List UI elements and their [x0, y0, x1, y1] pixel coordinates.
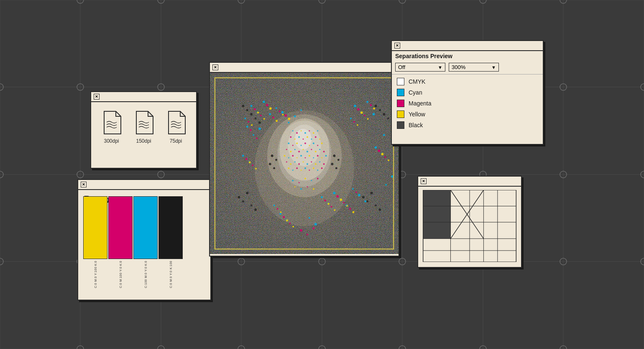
dpi-files-window: ✕ 300dpi	[90, 91, 197, 169]
svg-point-84	[352, 188, 354, 190]
sep-dropdown-zoom[interactable]: 300% ▼	[449, 63, 499, 72]
svg-point-81	[333, 192, 335, 194]
svg-point-39	[399, 171, 406, 178]
svg-point-123	[283, 216, 285, 218]
sep-titlebar: ✕	[392, 41, 543, 51]
sep-label-cmyk: CMYK	[409, 78, 425, 85]
dpi-label-75: 75dpi	[170, 138, 182, 144]
svg-point-231	[301, 169, 302, 171]
pantone-close[interactable]: ✕	[81, 182, 87, 187]
sep-item-yellow[interactable]: Yellow	[397, 110, 538, 118]
svg-point-22	[158, 0, 164, 3]
svg-point-40	[399, 258, 406, 265]
svg-point-219	[290, 163, 291, 165]
layout-content	[418, 187, 521, 265]
svg-point-239	[269, 163, 271, 165]
svg-point-159	[375, 205, 377, 207]
svg-point-204	[315, 151, 317, 152]
svg-point-68	[246, 126, 248, 128]
swatch-label-cyan: C:100 M:0 Y:0 K:0	[144, 261, 147, 288]
svg-point-146	[381, 153, 383, 155]
sep-item-magenta[interactable]: Magenta	[397, 100, 538, 107]
svg-point-21	[77, 346, 84, 349]
svg-point-136	[367, 118, 369, 120]
sep-dropdown-off[interactable]: Off ▼	[395, 63, 445, 72]
svg-point-66	[276, 107, 277, 109]
svg-point-51	[560, 346, 567, 349]
svg-point-206	[323, 151, 325, 152]
svg-point-61	[250, 105, 253, 107]
svg-point-221	[298, 163, 300, 165]
svg-point-163	[246, 192, 248, 194]
svg-point-67	[281, 111, 284, 113]
svg-point-215	[317, 155, 319, 157]
svg-point-226	[319, 162, 320, 163]
svg-point-178	[313, 132, 314, 134]
sep-item-cyan[interactable]: Cyan	[397, 89, 538, 96]
svg-point-183	[303, 139, 304, 140]
svg-point-95	[279, 213, 281, 215]
main-image-area	[210, 73, 399, 254]
layout-close[interactable]: ✕	[421, 178, 427, 184]
color-swatch-black	[397, 121, 404, 129]
swatch-label-yellow: C:0 M:0 Y:100 K:0	[94, 261, 97, 288]
svg-point-138	[357, 124, 358, 126]
svg-point-112	[324, 200, 326, 202]
svg-point-149	[286, 219, 288, 221]
svg-point-31	[238, 346, 245, 349]
svg-point-69	[253, 134, 254, 136]
svg-point-205	[319, 149, 320, 150]
sep-item-cmyk[interactable]: CMYK	[397, 78, 538, 85]
svg-point-154	[255, 118, 257, 120]
svg-point-208	[288, 157, 289, 159]
svg-point-142	[346, 205, 348, 207]
svg-point-130	[269, 107, 272, 110]
svg-point-77	[350, 118, 352, 119]
svg-point-109	[364, 115, 365, 116]
svg-point-139	[327, 203, 330, 205]
svg-point-251	[300, 188, 302, 190]
sep-close[interactable]: ✕	[394, 43, 400, 49]
main-close[interactable]: ✕	[212, 64, 218, 70]
svg-point-143	[352, 211, 354, 213]
svg-point-150	[292, 226, 294, 228]
svg-point-15	[0, 171, 3, 178]
sep-item-black[interactable]: Black	[397, 121, 538, 129]
svg-point-124	[289, 223, 291, 224]
svg-point-188	[288, 142, 289, 144]
svg-point-199	[294, 149, 296, 150]
svg-point-129	[263, 118, 265, 120]
swatch-cyan: C:100 M:0 Y:0 K:0	[133, 196, 158, 288]
svg-point-46	[480, 346, 486, 349]
svg-point-238	[275, 159, 277, 161]
swatch-bar-yellow	[83, 196, 107, 259]
svg-point-177	[309, 130, 310, 131]
dpi-window-close[interactable]: ✕	[94, 94, 100, 100]
svg-point-14	[0, 84, 3, 90]
svg-point-179	[317, 130, 318, 131]
svg-point-156	[362, 196, 365, 198]
svg-point-148	[280, 211, 282, 213]
svg-point-227	[323, 163, 325, 165]
svg-point-217	[325, 155, 327, 157]
svg-point-52	[641, 84, 644, 90]
svg-point-240	[273, 167, 275, 169]
sep-dropdown-off-label: Off	[398, 64, 434, 70]
svg-point-23	[158, 84, 164, 90]
svg-point-176	[304, 132, 306, 134]
svg-point-42	[480, 0, 486, 3]
svg-point-87	[309, 217, 310, 219]
svg-point-76	[366, 101, 368, 103]
svg-point-35	[319, 258, 325, 265]
file-icon-75dpi	[166, 110, 186, 135]
svg-point-189	[292, 145, 294, 146]
svg-point-134	[288, 118, 290, 120]
svg-point-248	[311, 180, 312, 181]
svg-point-137	[373, 108, 375, 110]
svg-point-153	[250, 113, 253, 115]
svg-point-224	[311, 162, 312, 163]
svg-point-132	[276, 120, 278, 122]
svg-point-26	[158, 346, 164, 349]
sep-label-cyan: Cyan	[409, 89, 422, 96]
svg-point-93	[383, 134, 385, 136]
